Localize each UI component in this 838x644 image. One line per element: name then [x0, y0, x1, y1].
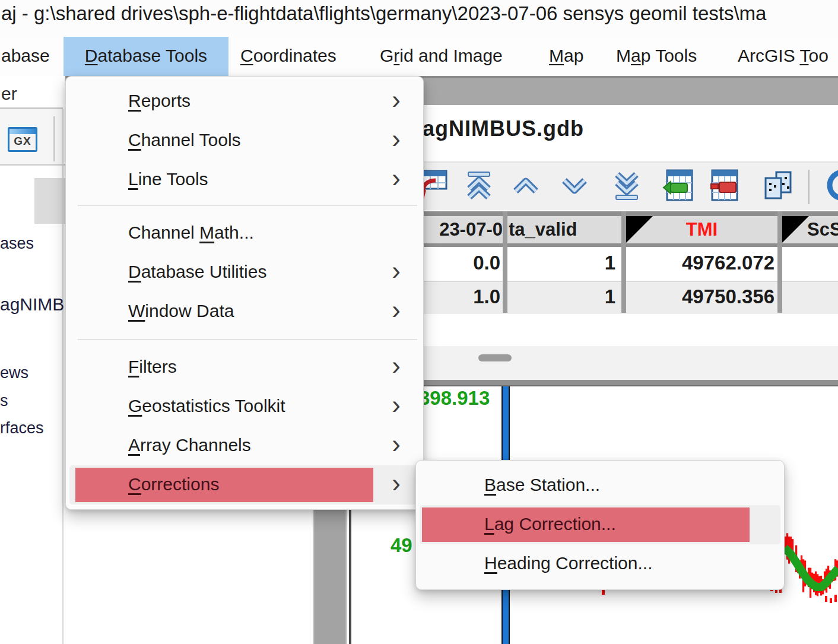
corrections-highlight [75, 468, 373, 502]
menu-item-database-utilities[interactable]: Database Utilities› [69, 253, 420, 292]
divider [0, 164, 65, 166]
menu-item-line-tools[interactable]: Line Tools› [69, 160, 420, 199]
submenu-arrow-icon: › [392, 387, 401, 426]
protected-channel-marker [782, 216, 809, 243]
windows-cascade-icon[interactable] [762, 169, 795, 202]
profile-pane-border [356, 380, 838, 386]
profile-splitter-handle[interactable] [478, 354, 512, 361]
gx-button[interactable]: GX [8, 127, 37, 152]
corrections-submenu: Base Station... Lag Correction... Headin… [415, 460, 785, 590]
profile-splitter-strip [356, 346, 838, 380]
column-header-scs[interactable]: ScS [807, 216, 838, 243]
submenu-arrow-icon: › [392, 121, 401, 160]
menubar-item-grid-and-image[interactable]: Grid and Image [380, 37, 503, 76]
column-separator[interactable] [777, 211, 782, 313]
menubar-item-arcgis-tools[interactable]: ArcGIS Too [738, 37, 829, 76]
tree-item-databases[interactable]: ases [0, 234, 65, 253]
submenu-arrow-icon: › [392, 292, 401, 331]
window-edge-border [349, 509, 351, 644]
menu-item-window-data[interactable]: Window Data› [69, 292, 420, 331]
tree-item-maps[interactable]: s [0, 392, 65, 410]
database-tools-menu: Reports› Channel Tools› Line Tools› Chan… [65, 76, 424, 510]
column-header-ta-valid[interactable]: ta_valid [509, 216, 619, 243]
column-header-tmi[interactable]: TMI [653, 216, 751, 243]
submenu-arrow-icon: › [392, 426, 401, 465]
cell-r0-c1[interactable]: 1 [510, 247, 615, 279]
header-top-border [383, 211, 838, 216]
toolbar-separator [53, 116, 55, 161]
window-title: aj - g:\shared drives\sph-e-flightdata\f… [1, 2, 766, 25]
go-last-row-icon[interactable] [610, 169, 643, 202]
title-bar: aj - g:\shared drives\sph-e-flightdata\f… [0, 0, 838, 37]
project-explorer-title: er [1, 84, 17, 104]
go-first-row-icon[interactable] [462, 169, 496, 202]
insert-row-icon[interactable] [661, 169, 694, 202]
profile-scale-bottom: 49 [391, 534, 412, 557]
app-window: aj - g:\shared drives\sph-e-flightdata\f… [0, 0, 838, 644]
profile-scale-top: 398.913 [419, 387, 490, 410]
menu-item-array-channels[interactable]: Array Channels› [69, 426, 420, 465]
submenu-arrow-icon: › [392, 82, 401, 121]
menu-item-geostatistics-toolkit[interactable]: Geostatistics Toolkit› [69, 387, 420, 426]
cell-r1-c1[interactable]: 1 [510, 281, 615, 313]
toolbar-separator [808, 170, 810, 204]
menu-bar: abase Database Tools Coordinates Grid an… [0, 37, 838, 76]
go-next-row-icon[interactable] [558, 169, 591, 202]
menu-separator [78, 339, 417, 340]
menubar-item-map[interactable]: Map [549, 37, 583, 76]
inactive-tab[interactable] [34, 178, 65, 224]
submenu-arrow-icon: › [392, 465, 401, 505]
vertical-scrollbar[interactable] [313, 509, 347, 644]
tree-item-database-file[interactable]: agNIMB [0, 294, 65, 315]
submenu-arrow-icon: › [392, 160, 401, 199]
tree-item-surfaces[interactable]: rfaces [0, 419, 65, 437]
scrollbar-thumb[interactable] [315, 509, 345, 644]
menu-item-corrections[interactable]: Corrections › [69, 465, 420, 505]
menu-item-base-station[interactable]: Base Station... [420, 466, 780, 505]
tree-item-views[interactable]: ews [0, 364, 65, 382]
menu-item-channel-tools[interactable]: Channel Tools› [69, 121, 420, 160]
menu-item-heading-correction[interactable]: Heading Correction... [420, 544, 780, 583]
protected-channel-marker [626, 216, 653, 243]
column-separator[interactable] [503, 211, 507, 313]
menu-item-reports[interactable]: Reports› [69, 82, 420, 121]
submenu-arrow-icon: › [392, 348, 401, 387]
menubar-item-database[interactable]: abase [1, 37, 50, 76]
delete-row-icon[interactable] [707, 169, 741, 202]
menubar-item-coordinates[interactable]: Coordinates [240, 37, 337, 76]
submenu-arrow-icon: › [392, 253, 401, 292]
help-circle-icon[interactable] [819, 169, 838, 202]
database-window-title: agNIMBUS.gdb [423, 116, 584, 141]
gx-button-cap [9, 129, 36, 134]
cell-r0-c2[interactable]: 49762.072 [629, 247, 774, 279]
menu-separator [78, 205, 417, 206]
go-previous-row-icon[interactable] [509, 169, 542, 202]
menu-item-channel-math[interactable]: Channel Math... [69, 214, 420, 253]
menubar-item-map-tools[interactable]: Map Tools [616, 37, 697, 76]
column-separator[interactable] [621, 211, 626, 313]
cell-r1-c2[interactable]: 49750.356 [629, 281, 774, 313]
menu-item-filters[interactable]: Filters› [69, 348, 420, 387]
project-explorer-panel: er GX ases agNIMB ews s rfaces [0, 76, 65, 644]
menubar-item-database-tools[interactable]: Database Tools [64, 37, 228, 76]
menu-item-lag-correction[interactable]: Lag Correction... [420, 505, 780, 544]
